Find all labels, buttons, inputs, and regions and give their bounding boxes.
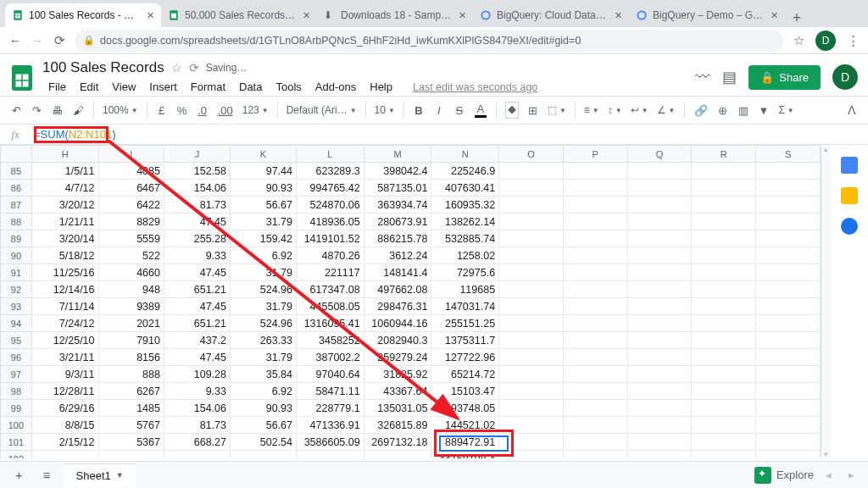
browser-tab[interactable]: BigQuery – Demo – Google Cl ✕ <box>629 3 785 27</box>
account-avatar[interactable]: D <box>832 64 858 90</box>
last-edit-link[interactable]: Last edit was seconds ago <box>407 79 543 96</box>
cell[interactable] <box>499 417 564 434</box>
cell[interactable]: 47.45 <box>164 264 230 281</box>
row-header[interactable]: 101 <box>1 434 32 451</box>
cell[interactable] <box>627 180 692 197</box>
cell[interactable]: 31.79 <box>230 298 296 315</box>
scroll-left-icon[interactable]: ◂ <box>821 469 837 481</box>
cell[interactable] <box>627 247 692 264</box>
cell[interactable]: 72975.6 <box>431 264 499 281</box>
kebab-icon[interactable]: ⋮ <box>846 34 860 47</box>
cell[interactable] <box>499 230 564 247</box>
cell[interactable]: 280673.91 <box>364 214 431 230</box>
scroll-right-icon[interactable]: ▸ <box>843 469 860 481</box>
cell[interactable]: 31.79 <box>230 264 296 281</box>
decrease-decimal-button[interactable]: .0 <box>193 101 212 120</box>
cell[interactable] <box>563 332 627 349</box>
cell[interactable]: 9.33 <box>164 247 230 264</box>
cell[interactable]: 154.06 <box>164 400 230 417</box>
cell[interactable] <box>364 451 431 459</box>
undo-button[interactable]: ↶ <box>7 101 25 120</box>
cell[interactable] <box>563 163 627 180</box>
explore-button[interactable]: Explore <box>754 467 814 484</box>
cell[interactable]: 81.73 <box>164 197 230 214</box>
column-header[interactable]: I <box>98 146 164 163</box>
cell[interactable]: 147031.74 <box>431 298 499 315</box>
cell[interactable] <box>756 230 821 247</box>
row-header[interactable]: 100 <box>1 417 32 434</box>
row-header[interactable]: 91 <box>1 264 32 281</box>
browser-tab-active[interactable]: 100 Sales Records - Google Sh ✕ <box>5 3 161 27</box>
cell[interactable]: 119685 <box>431 281 499 298</box>
cell[interactable] <box>499 332 564 349</box>
link-button[interactable]: 🔗 <box>690 101 712 120</box>
cell[interactable]: 90.93 <box>230 180 296 197</box>
cell[interactable]: 4/7/12 <box>31 180 98 197</box>
tasks-icon[interactable] <box>841 218 858 235</box>
cell[interactable]: 9.33 <box>164 383 230 400</box>
close-icon[interactable]: ✕ <box>146 11 154 19</box>
cell[interactable]: 1/21/11 <box>31 214 98 230</box>
cell[interactable] <box>692 315 756 332</box>
cell[interactable]: 7/24/12 <box>31 315 98 332</box>
chevron-down-icon[interactable]: ▼ <box>116 471 124 480</box>
strike-button[interactable]: S <box>450 101 469 120</box>
borders-button[interactable]: ⊞ <box>524 101 542 120</box>
cell[interactable] <box>499 197 564 214</box>
cell[interactable]: 5559 <box>98 230 164 247</box>
cell[interactable] <box>563 264 627 281</box>
cell[interactable] <box>563 434 627 451</box>
cell[interactable] <box>499 434 564 451</box>
cell[interactable] <box>499 281 564 298</box>
comment-button[interactable]: ⊕ <box>714 101 732 120</box>
cell[interactable]: 31825.92 <box>364 366 431 383</box>
cell[interactable] <box>627 298 692 315</box>
cell[interactable] <box>756 400 821 417</box>
cell[interactable]: 4085 <box>98 163 164 180</box>
cell[interactable] <box>31 451 98 459</box>
cell[interactable]: 1419101.52 <box>297 230 364 247</box>
cell[interactable]: 623289.3 <box>297 163 364 180</box>
row-header[interactable]: 89 <box>1 230 32 247</box>
cell[interactable] <box>756 180 821 197</box>
cell[interactable]: 502.54 <box>230 434 296 451</box>
cell[interactable] <box>692 298 756 315</box>
cell[interactable] <box>627 230 692 247</box>
cell[interactable] <box>230 451 296 459</box>
cell[interactable] <box>692 264 756 281</box>
cell[interactable]: 387002.2 <box>297 349 364 366</box>
cell[interactable] <box>627 434 692 451</box>
cell[interactable]: 497662.08 <box>364 281 431 298</box>
cell[interactable] <box>499 349 564 366</box>
cell[interactable]: 651.21 <box>164 315 230 332</box>
row-header[interactable]: 86 <box>1 180 32 197</box>
cell[interactable]: 6/29/16 <box>31 400 98 417</box>
row-header[interactable]: 102 <box>1 451 32 459</box>
cell[interactable]: 1316095.41 <box>297 315 364 332</box>
cell[interactable]: 298476.31 <box>364 298 431 315</box>
spreadsheet-grid[interactable]: HIJKLMNOPQRS 851/5/114085152.5897.446232… <box>0 145 821 458</box>
browser-tab[interactable]: BigQuery: Cloud Data Wareho ✕ <box>473 3 629 27</box>
cell[interactable]: 9/3/11 <box>31 366 98 383</box>
cell[interactable] <box>692 163 756 180</box>
cell[interactable]: 56.67 <box>230 417 296 434</box>
cell[interactable]: 6467 <box>98 180 164 197</box>
formula-input[interactable]: =SUM(N2:N101) <box>31 128 868 141</box>
cell[interactable]: 6267 <box>98 383 164 400</box>
column-header[interactable]: J <box>164 146 230 163</box>
cell[interactable]: 668.27 <box>164 434 230 451</box>
cell[interactable] <box>627 281 692 298</box>
cell[interactable] <box>627 366 692 383</box>
cell[interactable] <box>499 214 564 230</box>
cell[interactable]: 524.96 <box>230 281 296 298</box>
column-header[interactable]: M <box>364 146 431 163</box>
cell[interactable] <box>499 383 564 400</box>
cell[interactable] <box>756 366 821 383</box>
cell[interactable]: 148141.4 <box>364 264 431 281</box>
cell[interactable] <box>692 417 756 434</box>
cell[interactable] <box>499 315 564 332</box>
column-header[interactable]: O <box>499 146 564 163</box>
cell[interactable] <box>756 451 821 459</box>
cell[interactable]: 159.42 <box>230 230 296 247</box>
cell[interactable]: 418936.05 <box>297 214 364 230</box>
